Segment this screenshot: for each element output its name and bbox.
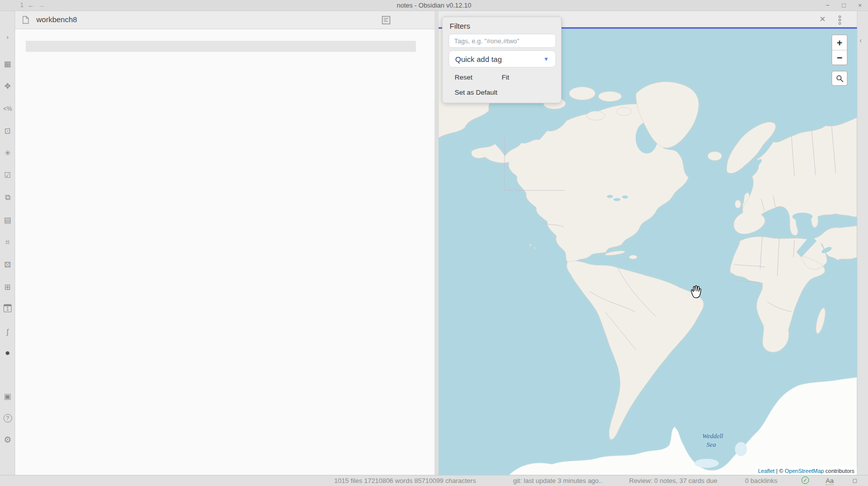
note-file-icon [22, 16, 29, 26]
map-filters-popup: Filters Quick add tag ▼ Reset Fit Set as… [442, 17, 562, 103]
start-screen-icon[interactable]: ▣ [0, 391, 15, 401]
git-status: git: last update 3 minutes ago.. [513, 477, 602, 484]
pane-title: workbench8 [36, 15, 77, 24]
map-zoom-control: + − [831, 34, 848, 65]
quick-add-tag-label: Quick add tag [455, 55, 502, 63]
export-note-icon[interactable]: ⊡ [0, 126, 15, 136]
graph-view-icon[interactable]: ✳ [0, 148, 15, 158]
slides-icon[interactable]: ▤ [0, 215, 15, 225]
daily-note-icon[interactable]: 1 [0, 303, 15, 313]
weddell-sea-label: Weddell [702, 432, 723, 440]
statusbar: 1015 files 17210806 words 85710099 chara… [0, 475, 868, 486]
templater-icon[interactable]: <% [0, 104, 15, 114]
move-pane-icon[interactable]: ✥ [0, 81, 15, 91]
left-ribbon: › ▦ ✥ <% ⊡ ✳ ☑ ⧉ ▤ ⌗ ⚄ ⊞ 1 ʃ ● ▣ ? ⚙ [0, 11, 15, 475]
map-pane: ✕ [439, 11, 857, 475]
file-stats: 1015 files 17210806 words 85710099 chara… [334, 477, 476, 484]
reading-mode-icon[interactable] [382, 16, 391, 27]
titlebar: 1 ← → notes - Obsidian v0.12.10 − □ × [0, 0, 868, 11]
database-icon[interactable]: ⊞ [0, 282, 15, 292]
zoom-out-button[interactable]: − [832, 50, 847, 64]
help-icon[interactable]: ? [0, 412, 15, 423]
chevron-down-icon: ▼ [543, 56, 549, 62]
hand-cursor-icon [690, 285, 703, 301]
zoom-in-button[interactable]: + [832, 35, 847, 50]
expand-sidebar-icon[interactable]: › [0, 32, 15, 42]
settings-icon[interactable]: ⚙ [0, 435, 15, 445]
editor-area[interactable] [15, 29, 435, 475]
map-attribution: Leaflet | © OpenStreetMap contributors [756, 467, 857, 475]
weddell-sea-label-2: Sea [707, 441, 716, 448]
review-status[interactable]: Review: 0 notes, 37 cards due [629, 477, 717, 484]
audio-clip-icon[interactable]: ʃ [0, 327, 15, 337]
leaflet-link[interactable]: Leaflet [758, 468, 775, 474]
osm-link[interactable]: OpenStreetMap [785, 468, 824, 474]
corner-box-icon [853, 479, 857, 483]
minimize-button[interactable]: − [820, 0, 836, 11]
quick-add-tag-dropdown[interactable]: Quick add tag ▼ [449, 50, 556, 67]
fit-button[interactable]: Fit [502, 74, 509, 81]
map-view-icon[interactable]: ● [0, 348, 15, 358]
editor-pane-header: workbench8 [15, 11, 435, 29]
copy-note-icon[interactable]: ⧉ [0, 192, 15, 202]
more-options-icon[interactable] [838, 15, 842, 27]
active-line-highlight [26, 41, 416, 52]
attribution-sep: | © [775, 468, 785, 474]
expand-right-sidebar-icon[interactable]: ‹ [859, 36, 862, 44]
filters-heading: Filters [450, 22, 556, 30]
table-icon[interactable]: ▦ [0, 59, 15, 69]
kanban-icon[interactable]: ⌗ [0, 237, 15, 247]
search-icon [836, 75, 844, 83]
window-title: notes - Obsidian v0.12.10 [0, 2, 868, 9]
pane-divider[interactable] [435, 11, 439, 475]
editor-pane: workbench8 [15, 11, 435, 475]
sync-check-icon: ✓ [801, 476, 809, 484]
calendar-check-icon[interactable]: ☑ [0, 170, 15, 180]
reset-button[interactable]: Reset [455, 74, 472, 81]
tags-filter-input[interactable] [449, 34, 556, 48]
right-sidebar-collapsed: ‹ [857, 11, 868, 475]
attribution-rest: contributors [824, 468, 854, 474]
close-pane-icon[interactable]: ✕ [819, 15, 826, 24]
random-note-icon[interactable]: ⚄ [0, 260, 15, 270]
map-search-button[interactable] [831, 71, 848, 86]
maximize-button[interactable]: □ [836, 0, 852, 11]
close-window-button[interactable]: × [852, 0, 868, 11]
backlinks-count[interactable]: 0 backlinks [745, 477, 777, 484]
set-as-default-button[interactable]: Set as Default [455, 89, 498, 96]
font-toggle[interactable]: Aa [826, 477, 834, 485]
